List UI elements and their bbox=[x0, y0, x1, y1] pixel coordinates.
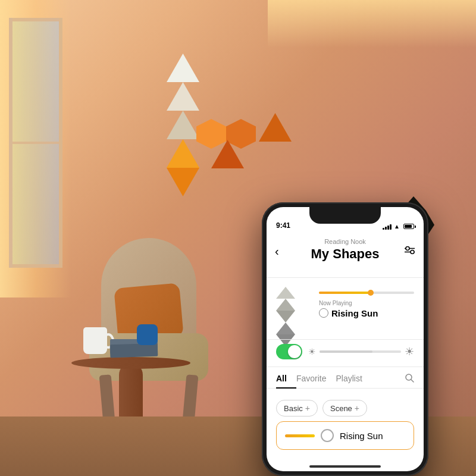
phone: 9:41 ▲ ‹ Reading Nook bbox=[262, 202, 428, 476]
panel-1 bbox=[167, 54, 199, 82]
category-scene[interactable]: Scene + bbox=[322, 400, 367, 416]
header-subtitle: Reading Nook bbox=[276, 238, 414, 245]
progress-fill bbox=[319, 292, 371, 294]
preview-tri-3 bbox=[276, 311, 295, 322]
shape-preview bbox=[276, 287, 312, 322]
now-playing-name: Rising Sun bbox=[319, 308, 414, 318]
header-divider bbox=[267, 277, 424, 278]
svg-point-3 bbox=[411, 250, 414, 254]
progress-bar-container[interactable] bbox=[319, 292, 414, 294]
brightness-slider-container: ☀ ☀ bbox=[308, 345, 414, 358]
scene-item-rising-sun[interactable]: Rising Sun bbox=[276, 421, 414, 450]
brightness-max-icon: ☀ bbox=[405, 345, 414, 358]
home-indicator bbox=[309, 465, 381, 468]
ceiling-light bbox=[268, 0, 476, 48]
svg-line-7 bbox=[411, 380, 414, 382]
phone-frame: 9:41 ▲ ‹ Reading Nook bbox=[262, 202, 428, 476]
battery-fill bbox=[405, 225, 412, 228]
brightness-track[interactable] bbox=[320, 350, 401, 353]
preview-tri-2 bbox=[276, 299, 295, 311]
scene-name: Rising Sun bbox=[340, 431, 383, 441]
progress-dot bbox=[368, 290, 374, 296]
panel-7 bbox=[226, 119, 256, 149]
panel-4 bbox=[167, 139, 199, 168]
scene-icon bbox=[321, 429, 334, 442]
now-playing-section: Now Playing Rising Sun bbox=[267, 278, 424, 331]
table-top bbox=[71, 357, 190, 369]
now-playing-label: Now Playing bbox=[319, 300, 414, 306]
now-playing-info: Now Playing Rising Sun bbox=[319, 292, 414, 318]
power-toggle[interactable] bbox=[276, 344, 302, 359]
svg-point-0 bbox=[406, 247, 409, 250]
phone-screen: 9:41 ▲ ‹ Reading Nook bbox=[267, 207, 424, 471]
nanoleaf-panels bbox=[167, 54, 286, 173]
add-scene-icon: + bbox=[355, 403, 359, 413]
window-frame bbox=[9, 18, 62, 268]
brightness-section: ☀ ☀ bbox=[267, 342, 424, 367]
signal-icon bbox=[383, 224, 392, 230]
category-section: Basic + Scene + bbox=[267, 394, 424, 422]
toggle-knob bbox=[288, 345, 301, 358]
panel-6 bbox=[196, 119, 226, 149]
scene-list: Rising Sun bbox=[267, 421, 424, 450]
scene-color-bar bbox=[285, 434, 315, 437]
settings-button[interactable] bbox=[405, 246, 415, 256]
brightness-min-icon: ☀ bbox=[308, 347, 316, 356]
book-2 bbox=[110, 343, 158, 358]
scene-icon-small bbox=[319, 308, 328, 318]
battery-icon bbox=[403, 224, 414, 229]
wifi-icon: ▲ bbox=[394, 223, 400, 230]
nanoleaf-controller bbox=[137, 324, 158, 345]
brightness-fill bbox=[320, 350, 372, 353]
section-divider-1 bbox=[267, 339, 424, 340]
preview-tri-1 bbox=[276, 287, 295, 299]
section-divider-2 bbox=[267, 367, 424, 367]
tab-all[interactable]: All bbox=[276, 369, 296, 388]
back-button[interactable]: ‹ bbox=[275, 245, 279, 258]
add-basic-icon: + bbox=[305, 403, 310, 413]
tab-favorite[interactable]: Favorite bbox=[296, 369, 336, 388]
notch bbox=[309, 207, 381, 224]
status-time: 9:41 bbox=[276, 221, 290, 230]
panel-3 bbox=[167, 111, 199, 139]
panel-2 bbox=[167, 82, 199, 111]
preview-tri-4 bbox=[276, 322, 295, 334]
status-icons: ▲ bbox=[383, 223, 414, 230]
category-basic[interactable]: Basic + bbox=[276, 400, 318, 416]
header-title: My Shapes bbox=[276, 246, 414, 262]
coffee-mug bbox=[83, 327, 107, 354]
tabs-section: All Favorite Playlist bbox=[267, 369, 424, 389]
app-header: ‹ Reading Nook My Shapes bbox=[267, 233, 424, 269]
search-button[interactable] bbox=[405, 373, 414, 384]
tab-playlist[interactable]: Playlist bbox=[336, 369, 371, 388]
